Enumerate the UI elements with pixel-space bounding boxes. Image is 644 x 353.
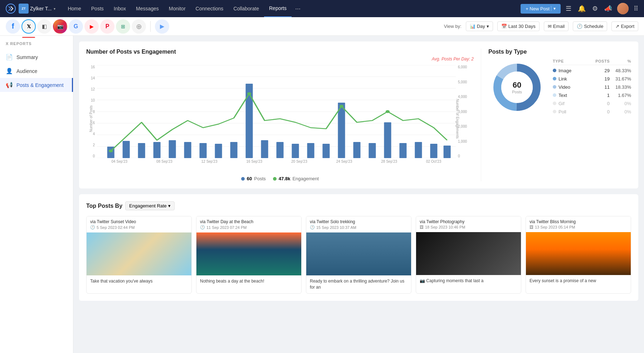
svg-rect-12 — [138, 143, 145, 158]
pinterest-icon[interactable]: P — [100, 19, 114, 34]
grid-menu-icon[interactable]: ☰ — [564, 3, 573, 14]
youtube-icon[interactable]: ▶ — [84, 19, 99, 34]
post-caption-2: Nothing beats a day at the beach! — [196, 275, 301, 287]
chart-svg — [97, 65, 456, 158]
apps-grid-icon[interactable]: ⠿ — [632, 3, 640, 14]
engagement-legend-label: Engagement — [292, 176, 319, 181]
post-date-3: 🕐 15 Sep 2023 10:37 AM — [310, 225, 408, 230]
chart-section: Number of Posts vs Engagement Avg. Posts… — [79, 41, 638, 188]
chart-body: 16 14 12 10 8 6 4 2 0 — [86, 65, 474, 172]
sidebar-item-audience[interactable]: 👤 Audience — [0, 64, 73, 78]
post-via-3: via Twitter Solo trekking — [310, 219, 408, 224]
nav-actions: + New Post ▾ ☰ 🔔 ⚙ 📣 ⠿ — [521, 3, 640, 14]
svg-rect-11 — [123, 141, 130, 158]
nav-messages[interactable]: Messages — [131, 0, 164, 17]
post-via-1: via Twitter Sunset Video — [90, 219, 188, 224]
post-image-3 — [306, 232, 411, 275]
post-card-1[interactable]: via Twitter Sunset Video 🕐 5 Sep 2023 02… — [86, 216, 192, 294]
svg-rect-16 — [200, 143, 207, 158]
text-pct: 1.67% — [610, 93, 631, 98]
svg-rect-23 — [307, 143, 314, 158]
posts-by-type-title: Posts by Type — [488, 49, 631, 55]
svg-rect-17 — [215, 144, 222, 158]
chart-svg-container — [97, 65, 456, 158]
nav-posts[interactable]: Posts — [86, 0, 109, 17]
posts-grid: via Twitter Sunset Video 🕐 5 Sep 2023 02… — [86, 216, 631, 294]
divider — [150, 21, 151, 32]
nav-reports[interactable]: Reports — [264, 0, 292, 17]
nav-home[interactable]: Home — [63, 0, 86, 17]
svg-rect-24 — [322, 144, 330, 158]
svg-rect-31 — [430, 144, 437, 158]
svg-rect-29 — [399, 143, 406, 158]
facebook-icon[interactable]: f — [6, 19, 20, 34]
new-post-dropdown-icon[interactable]: ▾ — [551, 6, 556, 11]
calendar-icon: 📅 — [501, 24, 507, 29]
post-card-2[interactable]: via Twitter Day at the Beach 🕐 11 Sep 20… — [196, 216, 302, 294]
donut-wrapper: 60 Posts TYPE POSTS % — [488, 59, 631, 116]
google-icon[interactable]: G — [69, 19, 83, 34]
nav-inbox[interactable]: Inbox — [109, 0, 131, 17]
settings-icon[interactable]: ⚙ — [591, 3, 599, 14]
sort-dropdown[interactable]: Engagement Rate ▾ — [125, 201, 175, 210]
text-count: 1 — [588, 93, 610, 98]
export-icon: ↗ — [615, 24, 619, 29]
svg-rect-21 — [277, 142, 284, 158]
megaphone-icon[interactable]: 📣 — [603, 3, 614, 14]
posts-legend: 60 Posts — [241, 176, 266, 181]
video-dot — [553, 85, 556, 89]
post-date-4: 🖼 18 Sep 2023 10:46 PM — [420, 225, 517, 229]
new-post-button[interactable]: + New Post ▾ — [521, 4, 561, 14]
type-table: TYPE POSTS % Image 29 48.33% — [553, 59, 631, 116]
text-dot — [553, 93, 556, 97]
nav-monitor[interactable]: Monitor — [164, 0, 191, 17]
x-twitter-icon[interactable]: 𝕏 — [21, 19, 36, 34]
sidebar-section-title: X REPORTS — [0, 41, 73, 50]
add-network-icon[interactable]: ⊕ — [132, 19, 146, 34]
svg-rect-25 — [338, 103, 345, 158]
play-circle-icon[interactable]: ▶ — [155, 19, 169, 34]
export-button[interactable]: ↗ Export — [611, 21, 638, 31]
posts-engagement-label: Posts & Engagement — [16, 82, 64, 88]
svg-rect-20 — [261, 140, 268, 158]
date-range-label: Last 30 Days — [508, 24, 536, 29]
notifications-icon[interactable]: 🔔 — [576, 3, 587, 14]
post-card-3[interactable]: via Twitter Solo trekking 🕐 15 Sep 2023 … — [306, 216, 411, 294]
email-button[interactable]: ✉ Email — [544, 21, 569, 31]
nav-more-icon[interactable]: ··· — [292, 5, 304, 13]
y-right-axis-label: Number of Engagements — [455, 99, 459, 138]
summary-label: Summary — [16, 54, 38, 60]
poll-dot — [553, 110, 556, 113]
user-avatar[interactable] — [617, 3, 629, 14]
svg-rect-32 — [444, 146, 451, 158]
svg-point-35 — [340, 105, 343, 108]
instagram-icon[interactable]: 📷 — [53, 19, 67, 34]
content-area: Number of Posts vs Engagement Avg. Posts… — [73, 36, 644, 353]
avg-posts-label: Avg. Posts Per Day: 2 — [86, 57, 474, 62]
svg-point-34 — [247, 92, 251, 95]
gif-count: 0 — [588, 101, 610, 106]
sidebar-item-summary[interactable]: 📄 Summary — [0, 50, 73, 64]
post-card-4[interactable]: via Twitter Photography 🖼 18 Sep 2023 10… — [416, 216, 521, 294]
nav-collaborate[interactable]: Collaborate — [228, 0, 264, 17]
audience-icon: 👤 — [6, 68, 13, 74]
svg-rect-13 — [153, 142, 161, 158]
brand-switcher[interactable]: ZT Zylker T... ▾ — [19, 4, 55, 14]
post-caption-5: Every sunset is a promise of a new — [526, 275, 631, 287]
hootsuite-icon[interactable]: ⊞ — [116, 19, 130, 34]
post-card-5[interactable]: via Twitter Bliss Morning 🖼 13 Sep 2023 … — [526, 216, 631, 294]
schedule-button[interactable]: 🕐 Schedule — [573, 21, 607, 31]
link-count: 19 — [588, 76, 610, 82]
google-business-icon[interactable]: ◧ — [37, 19, 52, 34]
date-range-button[interactable]: 📅 Last 30 Days — [497, 21, 540, 31]
brand-icon: ZT — [19, 4, 29, 14]
nav-connections[interactable]: Connections — [191, 0, 229, 17]
col-posts: POSTS — [588, 59, 610, 63]
summary-icon: 📄 — [6, 54, 13, 60]
video-pct: 18.33% — [610, 84, 631, 90]
engagement-legend-count: 47.8k — [279, 176, 291, 181]
sidebar-item-posts-engagement[interactable]: 📢 Posts & Engagement — [0, 78, 73, 92]
email-icon: ✉ — [548, 24, 552, 29]
day-view-button[interactable]: 📊 Day ▾ — [466, 21, 493, 31]
poll-count: 0 — [588, 109, 610, 114]
